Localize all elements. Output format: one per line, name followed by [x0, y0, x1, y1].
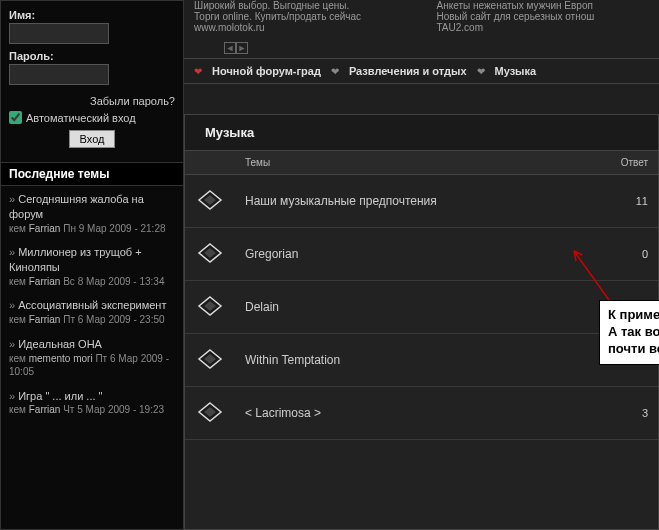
col-topics: Темы: [235, 151, 611, 175]
heart-icon: ❤: [331, 66, 339, 77]
recent-topics-list: » Сегодняшняя жалоба на форум кем Farria…: [1, 186, 183, 433]
recent-topic-link[interactable]: Миллионер из трущоб + Киноляпы: [9, 246, 142, 273]
col-replies: Ответ: [611, 151, 658, 175]
topic-link[interactable]: < Lacrimosa >: [245, 406, 321, 420]
password-label: Пароль:: [9, 50, 175, 62]
table-row: Delain 0: [185, 281, 658, 334]
ad-block[interactable]: Широкий выбор. Выгодные цены. Торги onli…: [194, 0, 407, 33]
topic-status-icon: [197, 189, 223, 211]
breadcrumb-link-category[interactable]: Развлечения и отдых: [349, 65, 467, 77]
next-ad-button[interactable]: ►: [236, 42, 248, 54]
topic-link[interactable]: Within Temptation: [245, 353, 340, 367]
auto-login-checkbox[interactable]: [9, 111, 22, 124]
topic-link[interactable]: Delain: [245, 300, 279, 314]
main-content: Широкий выбор. Выгодные цены. Торги onli…: [184, 0, 659, 530]
sidebar: Имя: Пароль: Забыли пароль? Автоматическ…: [0, 0, 184, 530]
reply-count: 3: [611, 387, 658, 440]
ad-bar: Широкий выбор. Выгодные цены. Торги onli…: [184, 0, 659, 41]
breadcrumb-link-home[interactable]: Ночной форум-град: [212, 65, 321, 77]
table-row: Наши музыкальные предпочтения 11: [185, 175, 658, 228]
topic-status-icon: [197, 242, 223, 264]
recent-topics-header: Последние темы: [1, 162, 183, 186]
auto-login-label: Автоматический вход: [26, 112, 136, 124]
topic-status-icon: [197, 348, 223, 370]
table-row: Within Temptation 2: [185, 334, 658, 387]
forum-title: Музыка: [185, 115, 658, 150]
ad-block[interactable]: Анкеты неженатых мужчин Европ Новый сайт…: [437, 0, 650, 33]
recent-topic: » Миллионер из трущоб + Киноляпы кем Far…: [9, 245, 175, 288]
topics-table: Темы Ответ Наши музыкальные предпочтения…: [185, 150, 658, 440]
heart-icon: ❤: [194, 66, 202, 77]
topic-link[interactable]: Наши музыкальные предпочтения: [245, 194, 437, 208]
recent-topic: » Игра " ... или ... " кем Farrian Чт 5 …: [9, 389, 175, 417]
recent-topic: » Идеальная ОНА кем memento mori Пт 6 Ма…: [9, 337, 175, 379]
reply-count: 11: [611, 175, 658, 228]
breadcrumb-current: Музыка: [495, 65, 537, 77]
annotation-box: К примеру ВОТ. А так вообще почти все!: [599, 300, 659, 365]
prev-ad-button[interactable]: ◄: [224, 42, 236, 54]
login-form: Имя: Пароль: Забыли пароль? Автоматическ…: [1, 1, 183, 162]
recent-topic-link[interactable]: Сегодняшняя жалоба на форум: [9, 193, 144, 220]
breadcrumb: ❤ Ночной форум-град ❤ Развлечения и отды…: [184, 58, 659, 84]
name-label: Имя:: [9, 9, 175, 21]
topic-status-icon: [197, 401, 223, 423]
table-row: < Lacrimosa > 3: [185, 387, 658, 440]
reply-count: 0: [611, 228, 658, 281]
topic-link[interactable]: Gregorian: [245, 247, 298, 261]
password-input[interactable]: [9, 64, 109, 85]
recent-topic-link[interactable]: Идеальная ОНА: [18, 338, 102, 350]
login-button[interactable]: Вход: [69, 130, 116, 148]
topic-status-icon: [197, 295, 223, 317]
recent-topic-link[interactable]: Игра " ... или ... ": [18, 390, 102, 402]
forgot-password-link[interactable]: Забыли пароль?: [9, 95, 175, 107]
recent-topic: » Сегодняшняя жалоба на форум кем Farria…: [9, 192, 175, 235]
table-row: Gregorian 0: [185, 228, 658, 281]
forum-panel: Музыка Темы Ответ Наши музыкальные предп…: [184, 114, 659, 530]
username-input[interactable]: [9, 23, 109, 44]
ad-nav: ◄►: [184, 41, 659, 58]
heart-icon: ❤: [477, 66, 485, 77]
recent-topic: » Ассоциативный эксперимент кем Farrian …: [9, 298, 175, 326]
recent-topic-link[interactable]: Ассоциативный эксперимент: [18, 299, 166, 311]
